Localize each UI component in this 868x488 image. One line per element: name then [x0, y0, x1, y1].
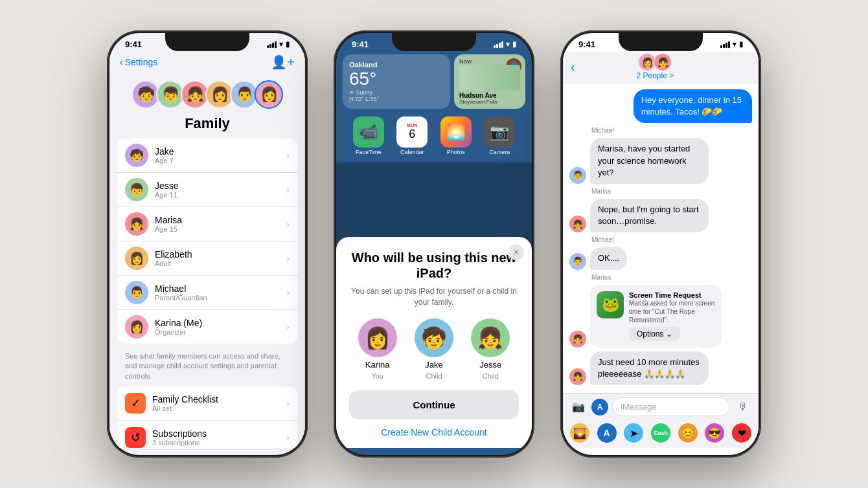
info-michael: Michael Parent/Guardian: [155, 283, 280, 302]
appstore-input-button[interactable]: A: [591, 399, 608, 416]
family-member-list: 🧒 Jake Age 7 › 👦 Jesse Age 11 ›: [117, 139, 297, 344]
modal-avatar-jesse-circle: 👧: [471, 318, 510, 357]
maps-location-sub: Stuyvesant Falls: [459, 99, 520, 105]
msg-marisa-1: 👧 Nope, but I'm going to start soon…prom…: [569, 199, 752, 232]
app-calendar[interactable]: MON 6 Calendar: [396, 116, 428, 155]
modal-subtitle: You can set up this iPad for yourself or…: [349, 286, 519, 308]
app-facetime[interactable]: 📹 FaceTime: [353, 116, 384, 155]
phone-3: 9:41 ▾ ▮ ‹ 👩 👧 2 People >: [560, 30, 761, 458]
status-icons-1: ▾ ▮: [267, 40, 290, 49]
modal-name-jake: Jake: [425, 360, 442, 370]
subscriptions-item[interactable]: ↺ Subscriptions 3 subscriptions ›: [117, 421, 297, 448]
bottom-cash-icon[interactable]: Cash: [651, 423, 670, 443]
messages-back-button[interactable]: ‹: [571, 60, 575, 74]
list-item-marisa[interactable]: 👧 Marisa Age 15 ›: [117, 207, 297, 241]
mic-button[interactable]: 🎙: [734, 398, 752, 416]
msg-screentime: 👧 🐸 Screen Time Request Marisa asked for…: [569, 285, 752, 348]
wifi-icon-1: ▾: [279, 40, 283, 49]
app-camera[interactable]: 📷 Camera: [484, 116, 515, 155]
chevron-marisa: ›: [286, 219, 290, 229]
imessage-input[interactable]: iMessage: [612, 397, 730, 416]
maps-label: Now: [459, 58, 472, 65]
app-photos[interactable]: 🌅 Photos: [440, 116, 472, 155]
continue-button[interactable]: Continue: [349, 390, 519, 419]
bottom-memoji1-icon[interactable]: 😊: [678, 423, 698, 443]
family-avatars: 🧒 👦 👧 👩 👨 👩: [109, 75, 305, 113]
bottom-memoji2-icon[interactable]: 😎: [705, 423, 724, 443]
name-jake: Jake: [155, 146, 280, 157]
bottom-appstore-icon[interactable]: A: [597, 423, 617, 443]
modal-avatar-jake[interactable]: 🧒 Jake Child: [415, 318, 453, 380]
list-item-elizabeth[interactable]: 👩 Elizabeth Adult ›: [117, 241, 297, 276]
msg-marisa-please: 👧 Just need 10 more minutes pleeeeease 🙏…: [569, 351, 752, 385]
subscriptions-title: Subscriptions: [152, 428, 280, 439]
notch-2: [392, 33, 476, 51]
list-item-jake[interactable]: 🧒 Jake Age 7 ›: [117, 139, 297, 173]
facetime-icon: 📹: [353, 116, 384, 148]
calendar-icon: MON 6: [396, 116, 428, 148]
time-2: 9:41: [352, 39, 369, 49]
maps-widget: Now 👤 Hudson Ave Stuyvesant Falls: [454, 54, 525, 109]
name-jesse: Jesse: [155, 181, 280, 191]
add-user-button[interactable]: 👤+: [271, 54, 295, 70]
wifi-icon-3: ▾: [733, 40, 737, 49]
checklist-sub: All set: [152, 405, 280, 412]
bubble-michael-2: OK....: [590, 247, 627, 269]
name-elizabeth: Elizabeth: [155, 249, 280, 260]
modal-avatar-jesse[interactable]: 👧 Jesse Child: [471, 318, 510, 380]
create-child-link[interactable]: Create New Child Account: [349, 427, 519, 438]
back-button-1[interactable]: ‹ Settings: [120, 57, 157, 67]
weather-temp: 65°: [349, 69, 444, 89]
name-michael: Michael: [155, 283, 280, 294]
weather-widget: Oakland 65° ☀ Sunny H:72° L:55°: [343, 54, 450, 109]
camera-input-button[interactable]: 📷: [569, 398, 588, 416]
modal-close-button[interactable]: ✕: [508, 245, 524, 260]
sender-label-michael-1: Michael: [569, 127, 752, 134]
special-items-list: ✓ Family Checklist All set › ↺ Subscript…: [117, 386, 297, 448]
status-icons-3: ▾ ▮: [720, 40, 743, 49]
info-jesse: Jesse Age 11: [155, 181, 280, 199]
chevron-subscriptions: ›: [286, 432, 290, 443]
camera-label: Camera: [489, 149, 510, 155]
modal-role-jesse: Child: [483, 372, 499, 380]
list-item-karina[interactable]: 👩 Karina (Me) Organizer ›: [117, 310, 297, 344]
weather-condition: ☀ Sunny: [349, 89, 444, 96]
app-dock: 📹 FaceTime MON 6 Calendar 🌅: [343, 113, 525, 159]
photos-label: Photos: [447, 149, 465, 155]
back-label-1: Settings: [125, 57, 158, 67]
avatar-karina: 👩: [125, 315, 148, 338]
lock-widgets: Oakland 65° ☀ Sunny H:72° L:55° Now 👤 Hu…: [336, 52, 532, 159]
chevron-elizabeth: ›: [286, 253, 290, 263]
phone3-content: ‹ 👩 👧 2 People > Hey everyone, dinner in…: [563, 52, 759, 448]
wifi-icon-2: ▾: [506, 40, 510, 49]
ipad-modal: ✕ Who will be using this new iPad? You c…: [336, 237, 532, 448]
avatar-msg-michael-2: 👨: [569, 253, 586, 270]
modal-role-karina: You: [371, 372, 383, 380]
screen-time-title: Screen Time Request: [629, 291, 715, 299]
bottom-photos-icon[interactable]: 🌄: [570, 423, 589, 443]
bubble-marisa-1: Nope, but I'm going to start soon…promis…: [590, 199, 709, 232]
avatar-msg-marisa-1: 👧: [569, 216, 586, 232]
battery-icon-2: ▮: [512, 40, 516, 49]
phone1-content: ‹ Settings 👤+ 🧒 👦 👧 👩 👨 👩 Family 🧒: [109, 52, 305, 448]
facetime-label: FaceTime: [356, 149, 382, 155]
checklist-title: Family Checklist: [152, 394, 280, 405]
people-count-label[interactable]: 2 People >: [636, 71, 674, 80]
bottom-reaction-icon[interactable]: ❤: [732, 423, 751, 443]
list-item-jesse[interactable]: 👦 Jesse Age 11 ›: [117, 173, 297, 207]
modal-avatar-jake-circle: 🧒: [415, 318, 453, 357]
role-karina: Organizer: [155, 328, 280, 336]
checklist-info: Family Checklist All set: [152, 394, 280, 412]
bubble-marisa-please: Just need 10 more minutes pleeeeease 🙏🙏🙏…: [590, 351, 709, 385]
role-marisa: Age 15: [155, 225, 280, 233]
options-button[interactable]: Options ⌄: [629, 327, 680, 341]
list-item-michael[interactable]: 👨 Michael Parent/Guardian ›: [117, 276, 297, 310]
family-checklist-item[interactable]: ✓ Family Checklist All set ›: [117, 386, 297, 421]
avatar-msg-michael-1: 👨: [569, 167, 586, 184]
modal-name-jesse: Jesse: [479, 360, 501, 370]
family-footnote: See what family members can access and s…: [109, 349, 305, 386]
modal-avatar-karina[interactable]: 👩 Karina You: [358, 318, 397, 380]
bottom-share-icon[interactable]: ➤: [624, 423, 643, 443]
weather-hilo: H:72° L:55°: [349, 96, 444, 102]
battery-icon-3: ▮: [739, 40, 743, 49]
